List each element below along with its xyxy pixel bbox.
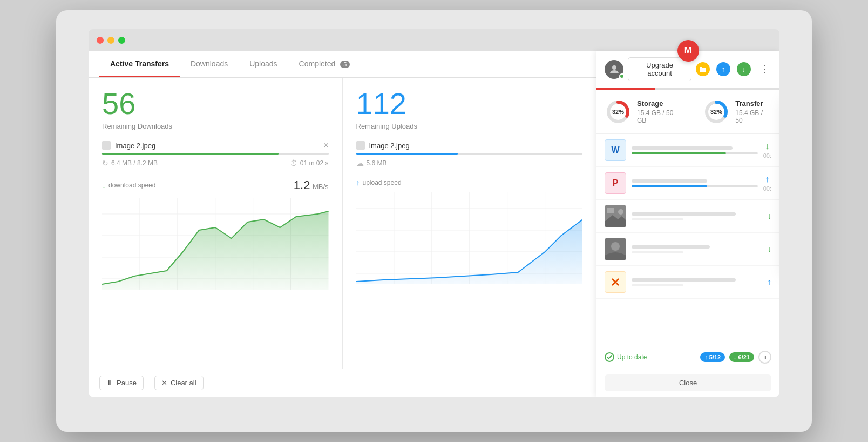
file-info-4 [632,245,762,253]
clear-icon: ✕ [161,379,167,387]
download-speed-label: ↓ download speed [102,181,155,190]
download-progress-bg [102,153,329,155]
download-arrow-icon: ↓ [767,244,771,254]
tab-completed[interactable]: Completed 5 [288,51,361,77]
upload-file-name: Image 2.jpeg [369,142,583,150]
pause-footer-button[interactable]: ⏸ [758,351,771,364]
upgrade-button[interactable]: Upgrade account [628,57,691,81]
list-item: W ↓ 00: [596,134,779,167]
header-icons: + ↑ ↓ ⋮ [696,62,771,76]
completed-badge: 5 [340,61,350,68]
upload-file-row: Image 2.jpeg [356,141,583,150]
downloads-stat-pill: ↓ 6/21 [729,352,754,362]
svg-point-18 [612,65,616,70]
transfer-donut: 32% [703,98,730,125]
download-progress-fill [102,153,279,155]
file-icon [102,141,111,150]
file-thumb-word: W [605,139,626,161]
upload-speed-label: ↑ upload speed [356,178,402,187]
file-name-bar [632,278,736,282]
footer-stats: ↑ 5/12 ↓ 6/21 ⏸ [700,351,771,364]
tabs-bar: Active Transfers Downloads Uploads Compl… [89,51,596,78]
tab-active-transfers[interactable]: Active Transfers [99,51,180,77]
transfer-text: Transfer 15.4 GB / 50 [735,99,771,124]
list-item: ↓ [596,233,779,266]
upload-icon[interactable]: ↑ [716,62,730,76]
more-options-icon[interactable]: ⋮ [757,62,771,76]
clear-all-button[interactable]: ✕ Clear all [154,376,204,390]
bottom-toolbar: ⏸ Pause ✕ Clear all [89,369,596,397]
file-action-2: ↑ 00: [763,175,771,192]
transfer-area: 56 Remaining Downloads Image 2.jpeg ✕ [89,78,596,369]
file-action-3: ↓ [767,211,771,221]
upload-file-icon [356,141,365,150]
laptop-frame: Active Transfers Downloads Uploads Compl… [56,10,812,432]
storage-item: 32% Storage 15.4 GB / 50 GB [605,98,684,125]
file-name-bar [632,245,710,249]
file-name-bar [632,212,736,216]
minimize-traffic-light[interactable] [107,37,114,44]
download-arrow-icon: ↓ [767,211,771,221]
upload-file-size: 5.6 MB [367,159,387,167]
close-button[interactable]: Close [605,374,771,391]
uploads-panel: 112 Remaining Uploads Image 2.jpeg ☁ [343,78,596,369]
file-progress-fill [632,185,707,187]
traffic-lights [97,37,125,44]
uploads-label: Remaining Uploads [356,122,583,130]
file-action-1: ↓ 00: [763,142,771,159]
file-progress [632,152,758,154]
list-item: ↓ [596,200,779,233]
file-size-bar [632,218,683,220]
svg-point-32 [618,209,623,215]
download-close-icon[interactable]: ✕ [323,142,329,149]
svg-text:32%: 32% [710,109,722,115]
upload-progress-fill [356,153,458,155]
upload-chart [356,192,583,358]
maximize-traffic-light[interactable] [118,37,125,44]
storage-text: Storage 15.4 GB / 50 GB [637,99,684,124]
download-icon[interactable]: ↓ [737,62,751,76]
mega-logo: M [677,40,699,62]
downloads-panel: 56 Remaining Downloads Image 2.jpeg ✕ [89,78,343,369]
file-action-4: ↓ [767,244,771,254]
laptop-screen: Active Transfers Downloads Uploads Compl… [89,29,779,397]
download-chart [102,198,329,358]
svg-text:+: + [704,64,707,69]
download-arrow-icon: ↓ [765,142,769,151]
file-size-bar [632,284,683,286]
pause-icon: ⏸ [106,379,113,387]
file-name-bar [632,146,733,150]
pause-button[interactable]: ⏸ Pause [99,376,144,390]
tab-downloads[interactable]: Downloads [180,51,239,77]
file-info-5 [632,278,762,286]
storage-info-section: 32% Storage 15.4 GB / 50 GB [596,90,779,134]
tab-uploads[interactable]: Uploads [239,51,288,77]
top-bar [89,29,779,51]
transfer-item: 32% Transfer 15.4 GB / 50 [703,98,771,125]
download-file-name: Image 2.jpeg [115,142,319,150]
upload-arrow-icon: ↑ [765,175,769,184]
download-file-meta: ↻ 6.4 MB / 8.2 MB ⏱ 01 m 02 s [102,159,329,168]
download-speed-value: 1.2 MB/s [294,178,329,192]
upload-file-meta: ☁ 5.6 MB [356,159,583,168]
mega-footer: Up to date ↑ 5/12 ↓ 6/21 ⏸ [596,345,779,369]
file-progress [632,185,758,187]
mega-panel: M Upgrade account [596,51,779,397]
download-file-size: 6.4 MB / 8.2 MB [111,159,158,167]
upload-speed-row: ↑ upload speed [356,178,583,187]
file-thumb-img2 [605,238,626,260]
svg-rect-31 [607,208,614,213]
file-info-3 [632,212,762,220]
file-info-1 [632,146,758,154]
file-list: W ↓ 00: P [596,134,779,345]
close-traffic-light[interactable] [97,37,104,44]
download-speed-row: ↓ download speed 1.2 MB/s [102,178,329,192]
file-progress-fill [632,152,726,154]
list-item: P ↑ 00: [596,167,779,200]
download-file-row: Image 2.jpeg ✕ [102,141,329,150]
storage-donut: 32% [605,98,632,125]
file-name-bar [632,179,707,183]
storage-bar-section [596,88,779,90]
svg-point-34 [611,242,620,251]
sync-folder-icon[interactable]: + [696,62,710,76]
